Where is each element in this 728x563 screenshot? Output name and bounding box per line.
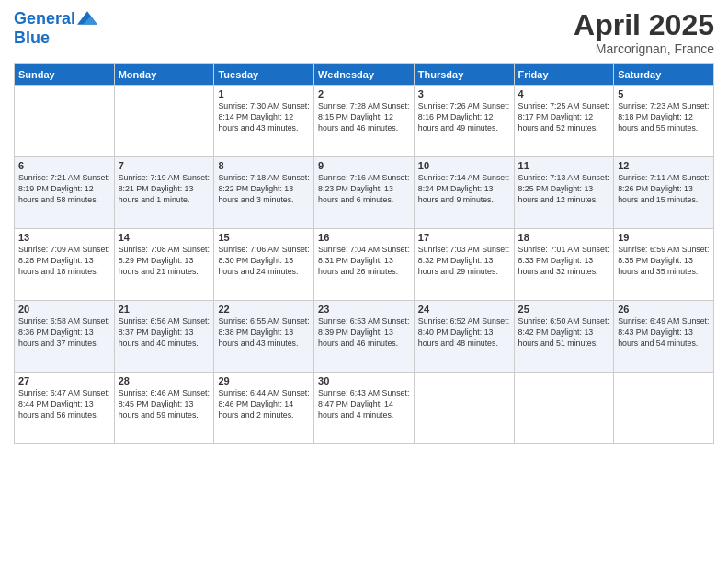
day-info: Sunrise: 7:08 AM Sunset: 8:29 PM Dayligh…	[119, 245, 210, 278]
col-monday: Monday	[114, 64, 214, 86]
day-info: Sunrise: 7:04 AM Sunset: 8:31 PM Dayligh…	[318, 245, 410, 278]
calendar-cell-w3-d2: 14Sunrise: 7:08 AM Sunset: 8:29 PM Dayli…	[114, 229, 214, 301]
calendar-week-4: 20Sunrise: 6:58 AM Sunset: 8:36 PM Dayli…	[15, 301, 714, 373]
calendar-cell-w2-d5: 10Sunrise: 7:14 AM Sunset: 8:24 PM Dayli…	[414, 157, 514, 229]
day-number: 4	[518, 88, 610, 99]
day-number: 1	[218, 88, 310, 99]
day-info: Sunrise: 6:58 AM Sunset: 8:36 PM Dayligh…	[18, 316, 110, 350]
day-number: 5	[618, 88, 710, 99]
day-number: 12	[618, 160, 710, 171]
day-number: 25	[518, 304, 610, 315]
day-info: Sunrise: 6:50 AM Sunset: 8:42 PM Dayligh…	[518, 316, 610, 350]
day-info: Sunrise: 6:47 AM Sunset: 8:44 PM Dayligh…	[18, 388, 110, 421]
day-number: 3	[418, 88, 510, 99]
calendar-cell-w4-d6: 25Sunrise: 6:50 AM Sunset: 8:42 PM Dayli…	[514, 301, 614, 373]
calendar-cell-w4-d5: 24Sunrise: 6:52 AM Sunset: 8:40 PM Dayli…	[414, 301, 514, 373]
calendar-week-2: 6Sunrise: 7:21 AM Sunset: 8:19 PM Daylig…	[15, 157, 714, 229]
calendar-cell-w3-d1: 13Sunrise: 7:09 AM Sunset: 8:28 PM Dayli…	[15, 229, 115, 301]
calendar-cell-w1-d1	[15, 86, 115, 157]
header: General Blue April 2025 Marcorignan, Fra…	[14, 9, 714, 56]
calendar-cell-w2-d1: 6Sunrise: 7:21 AM Sunset: 8:19 PM Daylig…	[15, 157, 115, 229]
day-info: Sunrise: 7:23 AM Sunset: 8:18 PM Dayligh…	[618, 101, 710, 134]
calendar-week-3: 13Sunrise: 7:09 AM Sunset: 8:28 PM Dayli…	[15, 229, 714, 301]
day-number: 7	[119, 160, 210, 171]
calendar-cell-w2-d4: 9Sunrise: 7:16 AM Sunset: 8:23 PM Daylig…	[314, 157, 415, 229]
calendar-cell-w2-d7: 12Sunrise: 7:11 AM Sunset: 8:26 PM Dayli…	[614, 157, 714, 229]
col-tuesday: Tuesday	[214, 64, 314, 86]
day-info: Sunrise: 7:06 AM Sunset: 8:30 PM Dayligh…	[218, 245, 310, 278]
calendar-cell-w1-d5: 3Sunrise: 7:26 AM Sunset: 8:16 PM Daylig…	[414, 86, 514, 157]
title-block: April 2025 Marcorignan, France	[574, 9, 714, 56]
day-info: Sunrise: 7:14 AM Sunset: 8:24 PM Dayligh…	[418, 173, 510, 206]
day-number: 10	[418, 160, 510, 171]
day-info: Sunrise: 6:44 AM Sunset: 8:46 PM Dayligh…	[218, 388, 310, 421]
calendar-cell-w5-d4: 30Sunrise: 6:43 AM Sunset: 8:47 PM Dayli…	[314, 373, 415, 444]
calendar-cell-w1-d7: 5Sunrise: 7:23 AM Sunset: 8:18 PM Daylig…	[614, 86, 714, 157]
calendar-cell-w3-d5: 17Sunrise: 7:03 AM Sunset: 8:32 PM Dayli…	[414, 229, 514, 301]
calendar-cell-w1-d3: 1Sunrise: 7:30 AM Sunset: 8:14 PM Daylig…	[214, 86, 314, 157]
day-number: 14	[119, 232, 210, 243]
calendar-cell-w4-d4: 23Sunrise: 6:53 AM Sunset: 8:39 PM Dayli…	[314, 301, 415, 373]
calendar-cell-w2-d2: 7Sunrise: 7:19 AM Sunset: 8:21 PM Daylig…	[114, 157, 214, 229]
day-info: Sunrise: 6:49 AM Sunset: 8:43 PM Dayligh…	[618, 316, 710, 350]
day-number: 23	[318, 304, 410, 315]
day-info: Sunrise: 7:13 AM Sunset: 8:25 PM Dayligh…	[518, 173, 610, 206]
day-number: 26	[618, 304, 710, 315]
calendar-cell-w5-d1: 27Sunrise: 6:47 AM Sunset: 8:44 PM Dayli…	[15, 373, 115, 444]
day-number: 8	[218, 160, 310, 171]
calendar-cell-w1-d6: 4Sunrise: 7:25 AM Sunset: 8:17 PM Daylig…	[514, 86, 614, 157]
day-number: 22	[218, 304, 310, 315]
day-number: 6	[18, 160, 110, 171]
day-number: 19	[618, 232, 710, 243]
month-title: April 2025	[574, 9, 714, 41]
day-info: Sunrise: 6:55 AM Sunset: 8:38 PM Dayligh…	[218, 316, 310, 350]
calendar-week-5: 27Sunrise: 6:47 AM Sunset: 8:44 PM Dayli…	[15, 373, 714, 444]
day-info: Sunrise: 6:56 AM Sunset: 8:37 PM Dayligh…	[119, 316, 210, 350]
day-number: 29	[218, 375, 310, 386]
day-info: Sunrise: 7:09 AM Sunset: 8:28 PM Dayligh…	[18, 245, 110, 278]
calendar-cell-w4-d7: 26Sunrise: 6:49 AM Sunset: 8:43 PM Dayli…	[614, 301, 714, 373]
logo: General Blue	[14, 9, 97, 48]
page: General Blue April 2025 Marcorignan, Fra…	[0, 0, 728, 563]
day-number: 2	[318, 88, 410, 99]
calendar-cell-w3-d4: 16Sunrise: 7:04 AM Sunset: 8:31 PM Dayli…	[314, 229, 415, 301]
day-number: 13	[18, 232, 110, 243]
calendar-cell-w5-d2: 28Sunrise: 6:46 AM Sunset: 8:45 PM Dayli…	[114, 373, 214, 444]
calendar-cell-w4-d2: 21Sunrise: 6:56 AM Sunset: 8:37 PM Dayli…	[114, 301, 214, 373]
calendar-header-row: Sunday Monday Tuesday Wednesday Thursday…	[15, 64, 714, 86]
col-saturday: Saturday	[614, 64, 714, 86]
day-number: 17	[418, 232, 510, 243]
day-info: Sunrise: 7:18 AM Sunset: 8:22 PM Dayligh…	[218, 173, 310, 206]
day-info: Sunrise: 6:53 AM Sunset: 8:39 PM Dayligh…	[318, 316, 410, 350]
calendar-cell-w3-d7: 19Sunrise: 6:59 AM Sunset: 8:35 PM Dayli…	[614, 229, 714, 301]
logo-blue: Blue	[14, 29, 97, 48]
calendar-cell-w4-d3: 22Sunrise: 6:55 AM Sunset: 8:38 PM Dayli…	[214, 301, 314, 373]
day-info: Sunrise: 7:25 AM Sunset: 8:17 PM Dayligh…	[518, 101, 610, 134]
calendar-cell-w5-d7	[614, 373, 714, 444]
location: Marcorignan, France	[574, 41, 714, 56]
day-number: 18	[518, 232, 610, 243]
day-info: Sunrise: 7:03 AM Sunset: 8:32 PM Dayligh…	[418, 245, 510, 278]
day-number: 21	[119, 304, 210, 315]
day-info: Sunrise: 6:52 AM Sunset: 8:40 PM Dayligh…	[418, 316, 510, 350]
calendar-cell-w4-d1: 20Sunrise: 6:58 AM Sunset: 8:36 PM Dayli…	[15, 301, 115, 373]
col-sunday: Sunday	[15, 64, 115, 86]
calendar-cell-w1-d2	[114, 86, 214, 157]
logo-icon	[77, 9, 97, 29]
calendar-cell-w5-d3: 29Sunrise: 6:44 AM Sunset: 8:46 PM Dayli…	[214, 373, 314, 444]
calendar-week-1: 1Sunrise: 7:30 AM Sunset: 8:14 PM Daylig…	[15, 86, 714, 157]
day-info: Sunrise: 7:19 AM Sunset: 8:21 PM Dayligh…	[119, 173, 210, 206]
calendar-table: Sunday Monday Tuesday Wednesday Thursday…	[14, 63, 714, 444]
calendar-cell-w3-d6: 18Sunrise: 7:01 AM Sunset: 8:33 PM Dayli…	[514, 229, 614, 301]
day-number: 24	[418, 304, 510, 315]
logo-text: General	[14, 10, 75, 29]
day-info: Sunrise: 7:28 AM Sunset: 8:15 PM Dayligh…	[318, 101, 410, 134]
day-info: Sunrise: 7:30 AM Sunset: 8:14 PM Dayligh…	[218, 101, 310, 134]
day-info: Sunrise: 7:16 AM Sunset: 8:23 PM Dayligh…	[318, 173, 410, 206]
col-wednesday: Wednesday	[314, 64, 415, 86]
col-friday: Friday	[514, 64, 614, 86]
calendar-cell-w5-d5	[414, 373, 514, 444]
day-number: 15	[218, 232, 310, 243]
col-thursday: Thursday	[414, 64, 514, 86]
day-number: 9	[318, 160, 410, 171]
